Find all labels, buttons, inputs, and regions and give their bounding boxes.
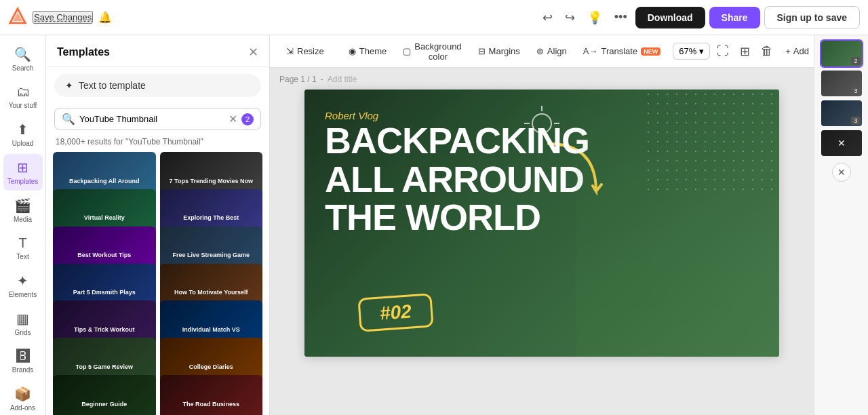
sidebar-templates-icon: ⊞ [17, 159, 28, 176]
add-title-text[interactable]: Add title [328, 75, 357, 84]
sidebar-text-icon: T [18, 235, 26, 251]
save-changes-button[interactable]: Save Changes [33, 11, 93, 24]
search-input[interactable] [79, 114, 224, 124]
grid-view-button[interactable]: ⊞ [736, 41, 754, 62]
canvas-title-line3: The World [325, 198, 589, 237]
add-icon: + [785, 46, 791, 56]
topbar: Save Changes 🔔 ↩ ↪ 💡 ••• Download Share … [0, 0, 868, 35]
canvas-title-line2: All Arround [325, 160, 589, 199]
align-button[interactable]: ⊜ Align [530, 43, 574, 60]
close-panel-button[interactable]: ✕ [832, 163, 851, 182]
background-color-button[interactable]: ▢ Background color [396, 38, 468, 65]
filter-badge[interactable]: 2 [241, 113, 254, 125]
page-thumb-1[interactable]: 2 [821, 41, 862, 66]
signup-button[interactable]: Sign up to save [764, 6, 860, 29]
save-icon: 🔔 [98, 11, 112, 24]
translate-label: Translate [601, 46, 637, 56]
text-to-template-icon: ✦ [65, 80, 73, 91]
separator: - [321, 75, 323, 84]
sidebar-text-label: Text [16, 253, 28, 260]
canvas-text-area: Robert Vlog Backpacking All Arround The … [325, 110, 589, 237]
sidebar-icons: 🔍 Search🗂 Your stuff⬆ Upload⊞ Templates🎬… [0, 35, 46, 415]
page-thumb-3-badge: 3 [851, 117, 860, 125]
page-thumb-2[interactable]: 3 [821, 71, 862, 96]
sidebar-item-search[interactable]: 🔍 Search [3, 41, 43, 77]
sidebar-upload-label: Upload [12, 140, 34, 147]
topbar-icons: ↩ ↪ 💡 ••• Download Share Sign up to save [538, 6, 860, 29]
text-to-template-button[interactable]: ✦ Text to template [54, 74, 261, 97]
sidebar-item-brands[interactable]: 🅱 Brands [3, 343, 43, 379]
sidebar-your-stuff-icon: 🗂 [16, 84, 30, 100]
translate-button[interactable]: A→ Translate NEW [576, 43, 667, 60]
sidebar-item-text[interactable]: T Text [3, 230, 43, 266]
align-icon: ⊜ [536, 46, 544, 56]
pages-panel: 2 3 3 ✕ ✕ [814, 35, 868, 415]
sidebar-upload-icon: ⬆ [17, 121, 28, 138]
sidebar-item-upload[interactable]: ⬆ Upload [3, 116, 43, 153]
canvas-area: Page 1 / 1 - Add title [270, 68, 814, 415]
translate-new-badge: NEW [641, 47, 660, 56]
text-to-template-label: Text to template [79, 80, 146, 91]
margins-icon: ⊟ [478, 46, 486, 56]
page-thumb-2-badge: 3 [851, 87, 860, 95]
canvas-wrapper: Robert Vlog Backpacking All Arround The … [270, 90, 814, 366]
page-number: Page 1 / 1 [279, 75, 317, 84]
background-color-label: Background color [414, 41, 461, 62]
panel-close-button[interactable]: ✕ [248, 45, 258, 60]
sidebar-brands-icon: 🅱 [16, 349, 30, 364]
results-text: 18,000+ results for "YouTube Thumbnail" [46, 136, 269, 152]
sidebar-item-templates[interactable]: ⊞ Templates [3, 154, 43, 191]
canvas[interactable]: Robert Vlog Backpacking All Arround The … [304, 90, 779, 357]
delete-button[interactable]: 🗑 [757, 41, 777, 61]
add-button[interactable]: + Add [780, 43, 814, 60]
sidebar-item-media[interactable]: 🎬 Media [3, 192, 43, 229]
sidebar-item-grids[interactable]: ▦ Grids [3, 305, 43, 342]
resize-label: Resize [297, 46, 324, 56]
page-thumb-4[interactable]: ✕ [821, 130, 862, 156]
logo[interactable] [8, 7, 27, 28]
sidebar-item-your-stuff[interactable]: 🗂 Your stuff [3, 79, 43, 115]
template-thumb-13[interactable]: Beginner Guide [53, 375, 156, 415]
theme-button[interactable]: ◉ Theme [342, 43, 393, 60]
sidebar-grids-label: Grids [15, 329, 31, 336]
more-options-button[interactable]: ••• [610, 6, 631, 28]
sidebar-brands-label: Brands [12, 366, 34, 374]
redo-button[interactable]: ↪ [561, 6, 579, 29]
canvas-title-line1: Backpacking [325, 121, 589, 160]
sidebar-media-icon: 🎬 [14, 197, 31, 214]
margins-label: Margins [489, 46, 520, 56]
fit-screen-button[interactable]: ⛶ [713, 41, 733, 61]
page-label: Page 1 / 1 - Add title [270, 68, 814, 90]
canvas-title: Backpacking All Arround The World [325, 121, 589, 237]
zoom-control[interactable]: 67% ▾ [673, 43, 710, 60]
sidebar-elements-label: Elements [9, 291, 37, 298]
templates-panel: Templates ✕ ✦ Text to template 🔍 ✕ 2 18,… [46, 35, 270, 415]
download-button[interactable]: Download [635, 7, 705, 28]
margins-button[interactable]: ⊟ Margins [471, 43, 527, 60]
template-label-14: The Road Business [160, 375, 263, 415]
sidebar-search-label: Search [12, 64, 34, 72]
add-label: Add [793, 46, 809, 56]
undo-button[interactable]: ↩ [538, 6, 557, 29]
sidebar-item-elements[interactable]: ✦ Elements [3, 267, 43, 304]
share-button[interactable]: Share [709, 7, 760, 28]
resize-button[interactable]: ⇲ Resize [279, 43, 331, 60]
template-thumb-14[interactable]: The Road Business [160, 375, 263, 415]
search-clear-button[interactable]: ✕ [229, 113, 237, 125]
toolbar: ⇲ Resize ◉ Theme ▢ Background color ⊟ Ma… [270, 35, 814, 68]
zoom-chevron-icon: ▾ [699, 46, 704, 56]
template-label-13: Beginner Guide [53, 375, 156, 415]
page-thumb-3[interactable]: 3 [821, 100, 862, 126]
sidebar-add-ons-icon: 📦 [14, 386, 31, 402]
page-thumb-1-badge: 2 [851, 57, 860, 65]
background-color-icon: ▢ [403, 46, 411, 56]
search-icon: 🔍 [62, 113, 75, 125]
sidebar-item-add-ons[interactable]: 📦 Add-ons [3, 380, 43, 415]
sidebar-media-label: Media [14, 216, 32, 223]
sidebar-your-stuff-label: Your stuff [9, 102, 37, 109]
lightbulb-button[interactable]: 💡 [583, 6, 606, 29]
sidebar-elements-icon: ✦ [17, 273, 28, 289]
align-label: Align [547, 46, 567, 56]
main-layout: 🔍 Search🗂 Your stuff⬆ Upload⊞ Templates🎬… [0, 35, 868, 415]
translate-icon: A→ [583, 46, 598, 56]
